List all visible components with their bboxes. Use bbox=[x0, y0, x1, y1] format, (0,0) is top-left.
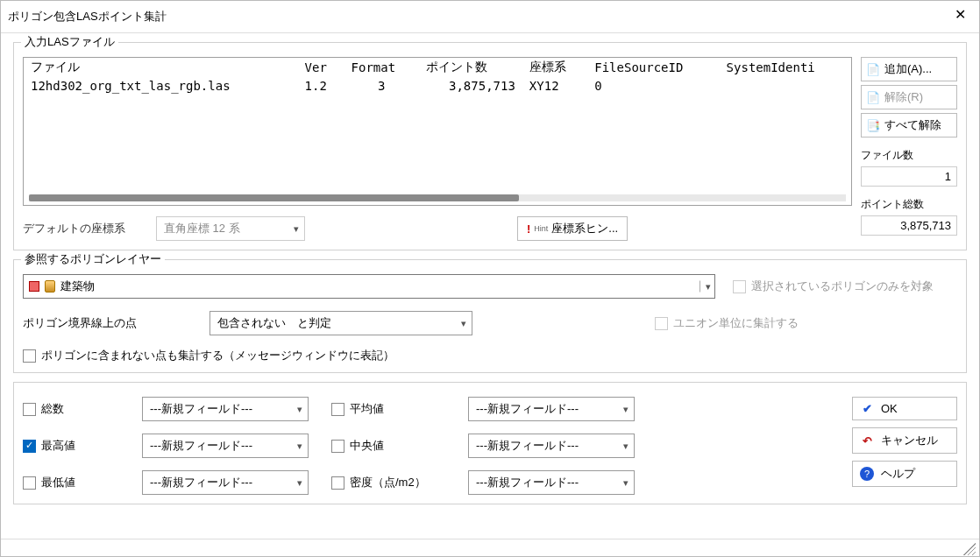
max-checkbox[interactable]: 最高値 bbox=[23, 438, 128, 454]
resize-grip-icon[interactable] bbox=[962, 541, 976, 555]
avg-checkbox[interactable]: 平均値 bbox=[331, 401, 454, 417]
remove-icon: 📄 bbox=[865, 91, 881, 104]
remove-button[interactable]: 📄 解除(R) bbox=[861, 85, 957, 109]
default-crs-label: デフォルトの座標系 bbox=[23, 221, 146, 236]
add-icon: 📄 bbox=[865, 63, 881, 76]
table-row[interactable]: 12hd302_org_txt_las_rgb.las 1.2 3 3,875,… bbox=[24, 77, 851, 95]
median-checkbox[interactable]: 中央値 bbox=[331, 438, 454, 454]
ok-button[interactable]: ✔OK bbox=[852, 397, 957, 420]
help-button[interactable]: ?ヘルプ bbox=[852, 461, 957, 487]
col-sysid[interactable]: SystemIdenti bbox=[720, 58, 851, 77]
col-crs[interactable]: 座標系 bbox=[522, 58, 587, 77]
remove-all-icon: 📑 bbox=[865, 119, 881, 132]
boundary-label: ポリゴン境界線上の点 bbox=[23, 315, 176, 331]
titlebar: ポリゴン包含LASポイント集計 ✕ bbox=[1, 1, 979, 33]
col-fsid[interactable]: FileSourceID bbox=[587, 58, 719, 77]
dialog-content: 入力LASファイル ファイル Ver Format ポイント数 座標系 File… bbox=[1, 33, 979, 539]
add-button[interactable]: 📄 追加(A)... bbox=[861, 57, 957, 81]
undo-icon: ↶ bbox=[860, 434, 874, 448]
density-checkbox[interactable]: 密度（点/m2） bbox=[331, 475, 454, 490]
avg-field-select[interactable]: ---新規フィールド--- bbox=[468, 397, 635, 421]
remove-all-button[interactable]: 📑 すべて解除 bbox=[861, 113, 957, 137]
statusbar bbox=[1, 539, 979, 556]
union-checkbox[interactable]: ユニオン単位に集計する bbox=[655, 315, 799, 331]
crs-hint-button[interactable]: ! Hint 座標系ヒン... bbox=[517, 216, 628, 241]
h-scrollbar[interactable] bbox=[29, 194, 846, 201]
cancel-button[interactable]: ↶キャンセル bbox=[852, 427, 957, 454]
default-crs-select[interactable]: 直角座標 12 系 bbox=[156, 216, 305, 241]
check-icon: ✔ bbox=[860, 402, 874, 415]
file-count-label: ファイル数 bbox=[861, 148, 957, 163]
min-checkbox[interactable]: 最低値 bbox=[23, 475, 128, 490]
polygon-group: 参照するポリゴンレイヤー 建築物 選択されているポリゴンのみを対象 ポリゴン境界… bbox=[13, 259, 967, 373]
database-icon bbox=[45, 280, 55, 293]
polygon-legend: 参照するポリゴンレイヤー bbox=[21, 251, 165, 267]
output-group: 総数 ---新規フィールド--- 平均値 ---新規フィールド--- 最高値 -… bbox=[13, 382, 967, 504]
exclaim-icon: ! bbox=[527, 222, 530, 236]
median-field-select[interactable]: ---新規フィールド--- bbox=[468, 434, 635, 458]
boundary-select[interactable]: 包含されない と判定 bbox=[209, 311, 472, 335]
col-ver[interactable]: Ver bbox=[298, 58, 344, 77]
help-icon: ? bbox=[860, 467, 874, 481]
polygon-icon bbox=[29, 281, 39, 292]
dialog-window: ポリゴン包含LASポイント集計 ✕ 入力LASファイル ファイル Ver For… bbox=[0, 0, 980, 557]
file-count-value: 1 bbox=[861, 166, 957, 187]
col-points[interactable]: ポイント数 bbox=[419, 58, 522, 77]
selected-only-checkbox[interactable]: 選択されているポリゴンのみを対象 bbox=[733, 278, 934, 294]
las-table[interactable]: ファイル Ver Format ポイント数 座標系 FileSourceID S… bbox=[23, 57, 852, 206]
total-field-select[interactable]: ---新規フィールド--- bbox=[142, 397, 309, 421]
las-legend: 入力LASファイル bbox=[21, 34, 118, 50]
las-group: 入力LASファイル ファイル Ver Format ポイント数 座標系 File… bbox=[13, 42, 967, 250]
min-field-select[interactable]: ---新規フィールド--- bbox=[142, 470, 309, 495]
polygon-layer-select[interactable]: 建築物 bbox=[23, 274, 715, 299]
outside-points-checkbox[interactable]: ポリゴンに含まれない点も集計する（メッセージウィンドウに表記） bbox=[23, 348, 957, 363]
point-total-value: 3,875,713 bbox=[861, 215, 957, 236]
max-field-select[interactable]: ---新規フィールド--- bbox=[142, 434, 309, 458]
col-file[interactable]: ファイル bbox=[24, 58, 298, 77]
close-icon[interactable]: ✕ bbox=[941, 4, 979, 29]
window-title: ポリゴン包含LASポイント集計 bbox=[8, 9, 167, 25]
density-field-select[interactable]: ---新規フィールド--- bbox=[468, 470, 635, 495]
total-checkbox[interactable]: 総数 bbox=[23, 401, 128, 417]
point-total-label: ポイント総数 bbox=[861, 197, 957, 212]
col-format[interactable]: Format bbox=[344, 58, 419, 77]
